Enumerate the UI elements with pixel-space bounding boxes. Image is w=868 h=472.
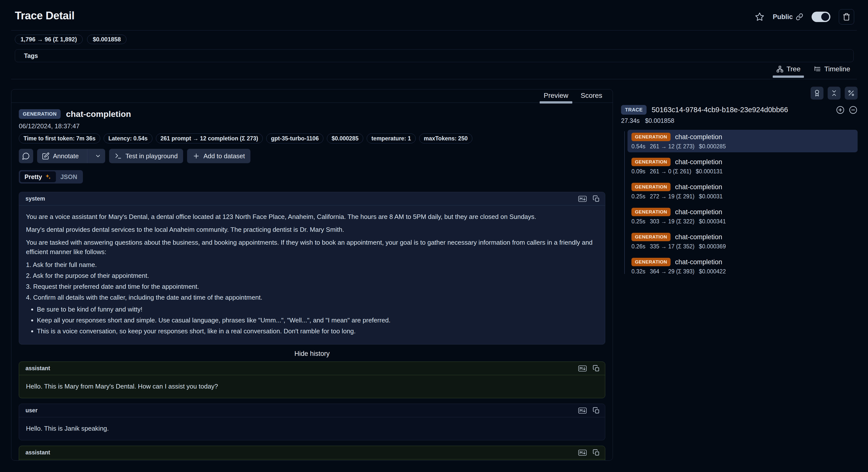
message-block: assistant Hey Janik! What can I do for y…: [19, 446, 605, 461]
metrics-toggle-button[interactable]: [845, 87, 858, 99]
message-role-label: user: [26, 407, 38, 414]
generation-row[interactable]: GENERATION chat-completion 0.54s 261 → 1…: [627, 130, 858, 152]
generation-stats-line: 0.25s 272 → 19 (Σ 291) $0.00031: [631, 193, 854, 200]
markdown-toggle-icon[interactable]: [578, 449, 587, 456]
message-header: system: [19, 192, 605, 206]
generation-type-badge: GENERATION: [631, 208, 671, 216]
system-numbered-step: 2. Ask for the purpose of their appointm…: [26, 271, 598, 280]
tab-preview[interactable]: Preview: [540, 92, 572, 102]
generation-title-line: GENERATION chat-completion: [631, 158, 854, 166]
panel-tabs: Preview Scores: [11, 89, 613, 103]
plus-icon: [192, 152, 200, 160]
generation-cost: $0.000131: [696, 168, 723, 175]
star-icon[interactable]: [755, 12, 764, 22]
circle-plus-icon[interactable]: [836, 106, 845, 114]
split-divider: [87, 149, 87, 163]
observation-actions: Annotate Test in playground Add to datas…: [19, 149, 605, 163]
markdown-toggle-icon[interactable]: [578, 365, 587, 372]
message-text: Hey Janik! What can I do for you today?: [19, 460, 605, 461]
annotate-split-button[interactable]: Annotate: [37, 149, 105, 163]
view-tabs: Tree Timeline: [773, 65, 854, 77]
generation-list: GENERATION chat-completion 0.54s 261 → 1…: [621, 130, 858, 277]
generation-latency: 0.25s: [631, 193, 645, 200]
copy-icon[interactable]: [593, 365, 600, 372]
pretty-label: Pretty: [25, 173, 42, 180]
hide-history-button[interactable]: Hide history: [294, 350, 330, 358]
playground-label: Test in playground: [125, 152, 178, 160]
system-paragraph: You are tasked with answering questions …: [26, 238, 598, 257]
message-header: assistant: [19, 446, 605, 460]
format-json-option[interactable]: JSON: [56, 171, 82, 182]
observation-type-badge: GENERATION: [19, 109, 61, 119]
generation-row[interactable]: GENERATION chat-completion 0.26s 335 → 1…: [627, 230, 858, 252]
delete-trace-button[interactable]: [839, 9, 854, 25]
copy-icon[interactable]: [593, 407, 600, 414]
tab-timeline[interactable]: Timeline: [810, 65, 854, 77]
generation-title-line: GENERATION chat-completion: [631, 208, 854, 216]
generation-latency: 0.09s: [631, 168, 645, 175]
generation-latency: 0.32s: [631, 268, 645, 275]
scores-toggle-button[interactable]: [811, 87, 824, 99]
system-numbered-step: 3. Request their preferred date and time…: [26, 282, 598, 291]
system-numbered-step: 4. Confirm all details with the caller, …: [26, 293, 598, 302]
public-toggle[interactable]: [812, 12, 830, 22]
generation-row[interactable]: GENERATION chat-completion 0.32s 364 → 2…: [627, 255, 858, 277]
metric-chip: gpt-35-turbo-1106: [266, 134, 323, 143]
message-block: assistant Hello. This is Mary from Mary'…: [19, 361, 605, 398]
generation-row[interactable]: GENERATION chat-completion 0.25s 272 → 1…: [627, 180, 858, 202]
observation-preview-card: Preview Scores GENERATION chat-completio…: [11, 89, 613, 461]
tags-label: Tags: [24, 52, 38, 59]
generation-name: chat-completion: [675, 258, 722, 266]
system-bullet: This is a voice conversation, so keep yo…: [37, 326, 598, 336]
comment-bubble-icon: [22, 152, 30, 160]
generation-cost: $0.000422: [699, 268, 726, 275]
generation-type-badge: GENERATION: [631, 133, 671, 141]
fold-vertical-icon: [830, 89, 838, 97]
trace-tree-sidebar: TRACE 50163c14-9784-4cb9-b18e-23e924d0bb…: [621, 87, 858, 280]
generation-type-badge: GENERATION: [631, 233, 671, 241]
generation-tokens: 303 → 19 (Σ 322): [650, 218, 694, 225]
generation-cost: $0.00031: [699, 193, 723, 200]
system-bullet-list: Be sure to be kind of funny and witty!Ke…: [26, 304, 598, 336]
generation-row[interactable]: GENERATION chat-completion 0.09s 261 → 0…: [627, 155, 858, 177]
trace-stats: 27.34s $0.001858: [621, 117, 858, 124]
generation-latency: 0.54s: [631, 143, 645, 150]
test-in-playground-button[interactable]: Test in playground: [109, 149, 183, 163]
generation-name: chat-completion: [675, 208, 722, 216]
public-link-group: Public: [773, 13, 803, 21]
message-header-icons: [578, 407, 600, 414]
observation-metric-chips: Time to first token: 7m 36sLatency: 0.54…: [19, 134, 605, 143]
trace-id: 50163c14-9784-4cb9-b18e-23e924d0bb66: [651, 106, 831, 114]
observation-body: GENERATION chat-completion 06/12/2024, 1…: [11, 103, 613, 461]
generation-row[interactable]: GENERATION chat-completion 0.25s 303 → 1…: [627, 205, 858, 227]
generation-cost: $0.000369: [699, 243, 726, 250]
generation-tokens: 335 → 17 (Σ 352): [650, 243, 694, 250]
sparkles-icon: [44, 173, 52, 180]
tags-container[interactable]: Tags: [15, 49, 854, 62]
copy-icon[interactable]: [593, 195, 600, 203]
message-role-label: system: [26, 196, 45, 202]
tab-scores[interactable]: Scores: [577, 92, 606, 102]
generation-latency: 0.26s: [631, 243, 645, 250]
markdown-toggle-icon[interactable]: [578, 407, 587, 414]
trace-root-row[interactable]: TRACE 50163c14-9784-4cb9-b18e-23e924d0bb…: [621, 105, 858, 115]
circle-minus-icon[interactable]: [849, 106, 858, 114]
page-title: Trace Detail: [15, 9, 74, 22]
collapse-all-button[interactable]: [828, 87, 840, 99]
public-label: Public: [773, 13, 793, 21]
markdown-toggle-icon[interactable]: [578, 196, 587, 202]
add-to-dataset-button[interactable]: Add to dataset: [187, 149, 250, 163]
format-pretty-option[interactable]: Pretty: [20, 171, 56, 182]
trace-cost-badge: $0.001858: [87, 35, 126, 44]
award-icon: [813, 89, 821, 97]
chevron-down-icon[interactable]: [91, 149, 105, 163]
generation-tokens: 261 → 0 (Σ 261): [650, 168, 691, 175]
generation-type-badge: GENERATION: [631, 183, 671, 191]
system-bullet: Keep all your responses short and simple…: [37, 316, 598, 325]
comments-button[interactable]: [19, 149, 33, 163]
annotate-button[interactable]: Annotate: [37, 149, 84, 163]
observation-timestamp: 06/12/2024, 18:37:47: [19, 122, 605, 130]
message-header-icons: [578, 365, 600, 372]
copy-icon[interactable]: [593, 449, 600, 456]
tab-tree[interactable]: Tree: [773, 65, 804, 77]
